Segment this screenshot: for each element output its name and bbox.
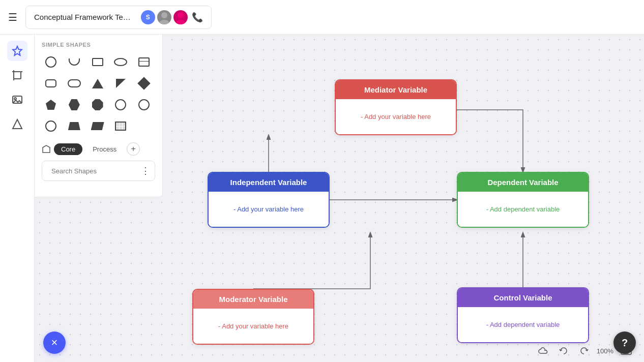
sidebar-icon-shape[interactable] [7,114,27,134]
node-control-header: Control Variable [458,288,588,307]
sidebar-icon-crop[interactable] [7,65,27,85]
shape-oct[interactable] [89,96,107,114]
shape-diamond[interactable] [135,74,153,93]
avatar-group: S 📞 [141,10,203,24]
node-control-body: - Add dependent variable [458,307,588,342]
shapes-panel: SIMPLE SHAPES Core Process + [35,35,163,197]
tab-add-button[interactable]: + [127,142,140,156]
shape-trap[interactable] [65,117,83,135]
shape-table[interactable] [135,53,153,71]
svg-marker-4 [13,46,22,55]
shape-circle[interactable] [42,53,60,71]
node-independent-header: Independent Variable [209,173,329,192]
node-control[interactable]: Control Variable - Add dependent variabl… [457,287,589,343]
zoom-level: 100% [597,347,613,355]
search-input[interactable] [51,167,137,175]
shape-rrect2[interactable] [65,74,83,93]
node-independent-body: - Add your variable here [209,192,329,227]
shape-circle2[interactable] [111,96,130,114]
cloud-icon[interactable] [536,343,551,358]
node-moderator-body: - Add your variable here [193,309,313,344]
svg-point-0 [161,12,167,18]
svg-point-1 [159,20,169,24]
shape-rect[interactable] [89,53,107,71]
shape-empty [135,117,153,135]
avatar-2[interactable] [157,10,171,24]
node-moderator-header: Moderator Variable [193,290,313,309]
shape-pentagon[interactable] [42,96,60,114]
help-button[interactable]: ? [613,331,636,354]
node-moderator[interactable]: Moderator Variable - Add your variable h… [192,289,314,345]
shape-circle4[interactable] [42,117,60,135]
node-dependent-header: Dependent Variable [458,173,588,192]
shape-circle3[interactable] [135,96,153,114]
svg-point-2 [178,12,184,18]
svg-point-11 [14,98,16,100]
search-row: ⋮ [42,161,155,181]
avatar-1[interactable]: S [141,10,155,24]
undo-icon[interactable] [556,343,571,358]
node-mediator-body: - Add your variable here [336,99,456,134]
close-button[interactable]: × [43,331,66,354]
redo-icon[interactable] [576,343,592,358]
shape-hex[interactable] [65,96,83,114]
tab-core[interactable]: Core [54,143,82,155]
document-title: Conceptual Framework Te… [34,13,131,21]
shape-parallelogram[interactable] [89,117,107,135]
panel-section-title: SIMPLE SHAPES [42,42,155,48]
search-more-icon[interactable]: ⋮ [141,165,150,176]
svg-marker-12 [13,119,22,129]
menu-icon[interactable]: ☰ [8,11,17,23]
document-title-bar[interactable]: Conceptual Framework Te… S 📞 [25,6,212,29]
avatar-3[interactable] [173,10,188,24]
shape-ellipse[interactable] [111,53,130,71]
tabs-row: Core Process + [42,142,155,156]
topbar: ☰ Conceptual Framework Te… S 📞 [0,0,644,35]
shape-arc[interactable] [65,53,83,71]
left-sidebar [0,35,35,362]
sidebar-icon-image[interactable] [7,89,27,110]
tab-icon [42,144,51,154]
shape-grid-table[interactable] [111,117,130,135]
svg-point-3 [175,20,186,24]
shape-rrect[interactable] [42,74,60,93]
node-dependent[interactable]: Dependent Variable - Add dependent varia… [457,172,589,228]
node-independent[interactable]: Independent Variable - Add your variable… [208,172,330,228]
node-mediator-header: Mediator Variable [336,80,456,99]
shape-rtriangle[interactable] [111,74,130,93]
shape-triangle[interactable] [89,74,107,93]
shapes-grid [42,53,155,135]
sidebar-icon-star[interactable] [7,41,27,61]
tab-process[interactable]: Process [85,143,124,155]
node-dependent-body: - Add dependent variable [458,192,588,227]
phone-icon[interactable]: 📞 [192,12,203,23]
node-mediator[interactable]: Mediator Variable - Add your variable he… [335,79,457,135]
svg-rect-5 [14,72,21,79]
